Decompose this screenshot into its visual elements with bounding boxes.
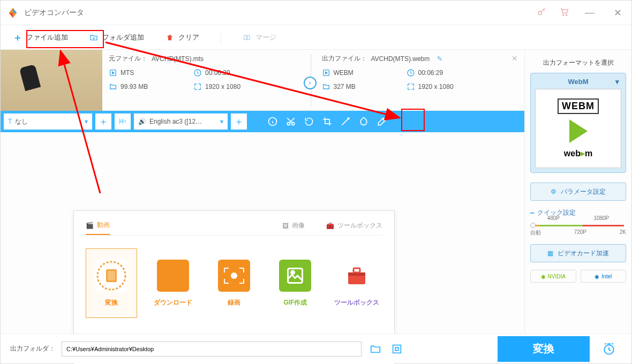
merge-label: マージ <box>255 33 276 42</box>
subtitle-value: なし <box>15 117 28 126</box>
folder-plus-icon <box>89 33 98 42</box>
source-file-label: 元ファイル： <box>109 54 147 63</box>
tile-record[interactable]: 録画 <box>208 248 260 318</box>
info-button[interactable] <box>265 114 280 129</box>
svg-rect-4 <box>247 35 250 40</box>
clock-icon <box>193 69 202 77</box>
format-preview: WEBM web▸m <box>535 89 621 168</box>
output-size: 327 MB <box>334 83 356 90</box>
webm-text: web▸m <box>564 148 592 158</box>
tile-download[interactable]: ダウンロード <box>147 248 198 318</box>
tile-convert[interactable]: 変換 <box>86 248 137 318</box>
intel-chip: ◉Intel <box>581 270 627 283</box>
tab-toolbox-label: ツールボックス <box>337 221 382 230</box>
svg-rect-20 <box>353 268 360 272</box>
source-format: MTS <box>121 69 134 77</box>
add-folder-button[interactable]: フォルダ追加 <box>89 33 144 42</box>
play-triangle-icon <box>569 119 588 143</box>
format-icon <box>109 69 117 77</box>
output-duration: 00:06:29 <box>418 69 443 77</box>
tile-download-label: ダウンロード <box>154 298 192 307</box>
cut-button[interactable] <box>283 114 298 129</box>
intel-icon: ◉ <box>595 274 599 279</box>
svg-rect-14 <box>108 271 115 280</box>
gpu-accel-button[interactable]: ▦ ビデオカード加速 <box>530 244 626 262</box>
open-folder-button[interactable] <box>389 342 404 357</box>
file-item: ✕ 元ファイル： AVCHD(MTS).mts MTS 00:06:29 99.… <box>1 50 524 111</box>
browse-folder-button[interactable] <box>368 342 383 357</box>
minimize-button[interactable]: — <box>582 7 598 18</box>
effect-button[interactable] <box>338 114 353 129</box>
image-tab-icon: 🖼 <box>282 222 289 230</box>
audio-value: English ac3 ([12… <box>149 118 202 125</box>
output-file-name: AVCHD(MTS).webm <box>371 55 430 63</box>
clear-button[interactable]: クリア <box>165 33 199 42</box>
chip-icon: ▦ <box>547 249 553 257</box>
svg-point-1 <box>562 14 563 15</box>
svg-point-2 <box>566 14 567 15</box>
video-thumbnail[interactable] <box>1 50 102 111</box>
trash-icon <box>165 33 174 42</box>
rotate-button[interactable] <box>302 114 317 129</box>
resolution-icon <box>193 82 202 91</box>
svg-rect-3 <box>244 35 247 40</box>
chevron-down-icon: ▾ <box>85 118 88 125</box>
clock-icon <box>407 69 415 77</box>
subtitle-icon: T <box>8 118 12 125</box>
output-folder-input[interactable] <box>62 342 362 357</box>
sliders-icon: ⚙ <box>551 188 556 195</box>
tab-image[interactable]: 🖼画像 <box>282 221 305 235</box>
close-button[interactable]: ✕ <box>611 7 625 19</box>
source-file-name: AVCHD(MTS).mts <box>152 55 204 63</box>
video-tab-icon: 🎬 <box>86 222 94 229</box>
add-audio-button[interactable]: ＋ <box>231 113 247 130</box>
watermark-button[interactable] <box>356 114 371 129</box>
add-file-button[interactable]: ＋ ファイル追加 <box>13 33 68 42</box>
format-card[interactable]: WebM WEBM web▸m <box>530 73 626 173</box>
source-resolution: 1920 x 1080 <box>205 83 240 90</box>
tile-gif[interactable]: GIF作成 <box>269 248 321 318</box>
edit-filename-button[interactable]: ✎ <box>437 55 442 63</box>
resolution-icon <box>407 82 415 91</box>
tab-toolbox[interactable]: 🧰ツールボックス <box>326 221 382 235</box>
add-subtitle-button[interactable]: ＋ <box>95 113 111 130</box>
source-size: 99.93 MB <box>121 83 148 90</box>
crop-button[interactable] <box>320 114 335 129</box>
gpu-label: ビデオカード加速 <box>558 249 609 258</box>
tab-video[interactable]: 🎬動画 <box>86 221 110 235</box>
output-folder-label: 出力フォルダ： <box>10 344 55 353</box>
audio-select[interactable]: 🔊 English ac3 ([12… ▾ <box>134 113 228 130</box>
clear-label: クリア <box>178 33 199 42</box>
cart-icon[interactable] <box>559 7 569 19</box>
chevron-down-icon: ▾ <box>220 118 223 125</box>
output-format: WEBM <box>334 69 353 77</box>
arrow-circle-icon: › <box>304 77 317 89</box>
tab-image-label: 画像 <box>292 221 305 230</box>
webm-box-label: WEBM <box>558 98 599 114</box>
tile-gif-label: GIF作成 <box>283 298 307 307</box>
resolution-slider[interactable]: 480P1080P 自動720P2K <box>530 222 626 240</box>
schedule-button[interactable] <box>596 336 622 362</box>
right-panel: 出力フォーマットを選択 WebM WEBM web▸m ⚙ パラメータ設定 クイ… <box>524 50 631 333</box>
format-name: WebM <box>535 78 621 86</box>
source-column: 元ファイル： AVCHD(MTS).mts MTS 00:06:29 99.93… <box>109 54 311 106</box>
nvidia-chip: ◉NVIDIA <box>530 270 576 283</box>
add-file-label: ファイル追加 <box>26 33 68 42</box>
tile-record-label: 録画 <box>228 298 240 307</box>
output-column: › 出力ファイル： AVCHD(MTS).webm ✎ WEBM 00:06:2… <box>311 54 518 106</box>
subtitle-select[interactable]: Tなし ▾ <box>4 113 92 130</box>
output-resolution: 1920 x 1080 <box>418 83 454 90</box>
svg-point-17 <box>291 271 295 274</box>
hardcode-subtitle-button[interactable]: HT <box>115 113 131 130</box>
tile-toolbox-label: ツールボックス <box>334 298 379 307</box>
svg-point-0 <box>538 11 541 14</box>
window-title: ビデオコンバータ <box>24 8 537 18</box>
edit-button[interactable] <box>374 114 389 129</box>
key-icon[interactable] <box>537 7 546 19</box>
merge-button[interactable]: マージ <box>243 33 276 42</box>
tile-toolbox[interactable]: ツールボックス <box>331 248 382 318</box>
convert-button[interactable]: 変換 <box>498 336 590 362</box>
merge-icon <box>243 33 251 42</box>
app-logo-icon <box>7 7 19 19</box>
parameter-settings-button[interactable]: ⚙ パラメータ設定 <box>530 183 626 201</box>
